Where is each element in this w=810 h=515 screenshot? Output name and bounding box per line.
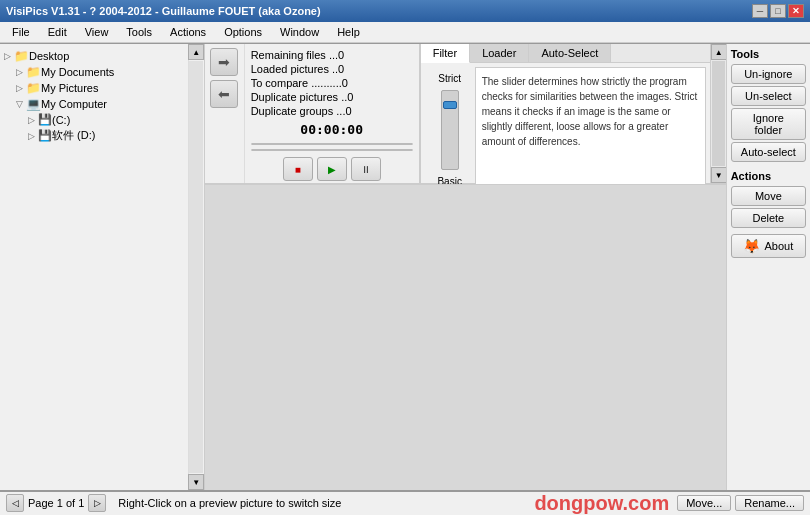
status-left: ◁ Page 1 of 1 ▷ — [6, 494, 106, 512]
tree-item-mypics[interactable]: ▷ 📁 My Pictures — [4, 80, 184, 96]
menu-help[interactable]: Help — [329, 24, 368, 40]
about-icon: 🦊 — [743, 238, 760, 254]
tab-loader[interactable]: Loader — [470, 44, 529, 62]
tab-autoselect[interactable]: Auto-Select — [529, 44, 611, 62]
play-button[interactable]: ▶ — [317, 157, 347, 181]
drive-icon-d: 💾 — [38, 129, 52, 142]
computer-icon: 💻 — [26, 97, 41, 111]
tree-label-mypics: My Pictures — [41, 82, 98, 94]
main-content: ▷ 📁 Desktop ▷ 📁 My Documents ▷ 📁 My Pict… — [0, 43, 810, 490]
tools-label: Tools — [731, 48, 806, 60]
center-panel: ➡ ⬅ Remaining files ...0 Loaded pictures… — [205, 44, 726, 490]
tree-label-cdrive: (C:) — [52, 114, 70, 126]
control-buttons: ■ ▶ ⏸ — [251, 157, 413, 181]
filter-slider[interactable] — [441, 90, 459, 170]
menu-file[interactable]: File — [4, 24, 38, 40]
menu-window[interactable]: Window — [272, 24, 327, 40]
unignore-button[interactable]: Un-ignore — [731, 64, 806, 84]
stat-loaded: Loaded pictures ..0 — [251, 62, 413, 76]
tree-item-mycomputer[interactable]: ▽ 💻 My Computer — [4, 96, 184, 112]
preview-scroll-down[interactable]: ▼ — [711, 167, 727, 183]
tree-label-mydocs: My Documents — [41, 66, 114, 78]
progress-bar-2 — [251, 149, 413, 151]
status-hint: Right-Click on a preview picture to swit… — [118, 497, 341, 509]
folder-icon-mypics: 📁 — [26, 81, 41, 95]
minimize-button[interactable]: ─ — [752, 4, 768, 18]
filter-panel: Filter Loader Auto-Select Strict Basic L… — [420, 44, 710, 183]
move-button[interactable]: Move — [731, 186, 806, 206]
filter-tabs: Filter Loader Auto-Select — [421, 44, 710, 63]
stat-remaining: Remaining files ...0 — [251, 48, 413, 62]
stop-button[interactable]: ■ — [283, 157, 313, 181]
menu-view[interactable]: View — [77, 24, 117, 40]
menu-actions[interactable]: Actions — [162, 24, 214, 40]
unselect-button[interactable]: Un-select — [731, 86, 806, 106]
timer-display: 00:00:00 — [251, 122, 413, 137]
nav-left-button[interactable]: ⬅ — [210, 80, 238, 108]
nav-right-button[interactable]: ➡ — [210, 48, 238, 76]
page-info: Page 1 of 1 — [28, 497, 84, 509]
status-center: Right-Click on a preview picture to swit… — [114, 497, 526, 509]
folder-icon-desktop: 📁 — [14, 49, 29, 63]
title-bar: VisiPics V1.31 - ? 2004-2012 - Guillaume… — [0, 0, 810, 22]
page-prev-button[interactable]: ◁ — [6, 494, 24, 512]
actions-label: Actions — [731, 170, 806, 182]
title-bar-buttons: ─ □ ✕ — [752, 4, 804, 18]
drive-icon-c: 💾 — [38, 113, 52, 126]
stat-compare-label: To compare ..........0 — [251, 77, 348, 89]
title-text: VisiPics V1.31 - ? 2004-2012 - Guillaume… — [6, 5, 321, 17]
stats-controls: Remaining files ...0 Loaded pictures ..0… — [245, 44, 420, 183]
ignore-folder-button[interactable]: Ignore folder — [731, 108, 806, 140]
strict-label: Strict — [438, 73, 461, 84]
scroll-up-arrow[interactable]: ▲ — [188, 44, 204, 60]
watermark: dongpow.com — [534, 492, 669, 515]
about-button[interactable]: 🦊 About — [731, 234, 806, 258]
preview-scroll-up[interactable]: ▲ — [711, 44, 727, 60]
menu-options[interactable]: Options — [216, 24, 270, 40]
pause-button[interactable]: ⏸ — [351, 157, 381, 181]
maximize-button[interactable]: □ — [770, 4, 786, 18]
tree-item-desktop[interactable]: ▷ 📁 Desktop — [4, 48, 184, 64]
status-right: Move... Rename... — [677, 495, 804, 511]
menu-edit[interactable]: Edit — [40, 24, 75, 40]
file-tree[interactable]: ▷ 📁 Desktop ▷ 📁 My Documents ▷ 📁 My Pict… — [0, 44, 188, 490]
close-button[interactable]: ✕ — [788, 4, 804, 18]
menu-bar: File Edit View Tools Actions Options Win… — [0, 22, 810, 43]
folder-icon-mydocs: 📁 — [26, 65, 41, 79]
page-next-button[interactable]: ▷ — [88, 494, 106, 512]
stat-dupgroups-label: Duplicate groups ...0 — [251, 105, 352, 117]
top-controls: ➡ ⬅ Remaining files ...0 Loaded pictures… — [205, 44, 726, 184]
scroll-down-arrow[interactable]: ▼ — [188, 474, 204, 490]
tree-label-ddrive: 软件 (D:) — [52, 128, 95, 143]
nav-buttons: ➡ ⬅ — [205, 44, 245, 183]
tree-scrollbar[interactable]: ▲ ▼ — [188, 44, 204, 490]
slider-thumb[interactable] — [443, 101, 457, 109]
move-status-button[interactable]: Move... — [677, 495, 731, 511]
menu-tools[interactable]: Tools — [118, 24, 160, 40]
about-label: About — [764, 240, 793, 252]
bottom-image-area — [205, 184, 726, 490]
auto-select-button[interactable]: Auto-select — [731, 142, 806, 162]
tree-label-mycomputer: My Computer — [41, 98, 107, 110]
stat-loaded-label: Loaded pictures ..0 — [251, 63, 345, 75]
stat-duppics-label: Duplicate pictures ..0 — [251, 91, 354, 103]
stat-remaining-label: Remaining files ...0 — [251, 49, 345, 61]
tree-label-desktop: Desktop — [29, 50, 69, 62]
progress-bar-1 — [251, 143, 413, 145]
preview-scrollbar-v[interactable]: ▲ ▼ — [710, 44, 726, 183]
tree-item-ddrive[interactable]: ▷ 💾 软件 (D:) — [4, 127, 184, 144]
status-bar: ◁ Page 1 of 1 ▷ Right-Click on a preview… — [0, 490, 810, 514]
tree-item-cdrive[interactable]: ▷ 💾 (C:) — [4, 112, 184, 127]
tab-filter[interactable]: Filter — [421, 44, 470, 63]
stat-dup-groups: Duplicate groups ...0 — [251, 104, 413, 118]
tools-panel: Tools Un-ignore Un-select Ignore folder … — [726, 44, 810, 490]
rename-status-button[interactable]: Rename... — [735, 495, 804, 511]
stat-compare: To compare ..........0 — [251, 76, 413, 90]
delete-button[interactable]: Delete — [731, 208, 806, 228]
tree-item-mydocs[interactable]: ▷ 📁 My Documents — [4, 64, 184, 80]
stat-dup-pics: Duplicate pictures ..0 — [251, 90, 413, 104]
left-panel-wrapper: ▷ 📁 Desktop ▷ 📁 My Documents ▷ 📁 My Pict… — [0, 44, 205, 490]
